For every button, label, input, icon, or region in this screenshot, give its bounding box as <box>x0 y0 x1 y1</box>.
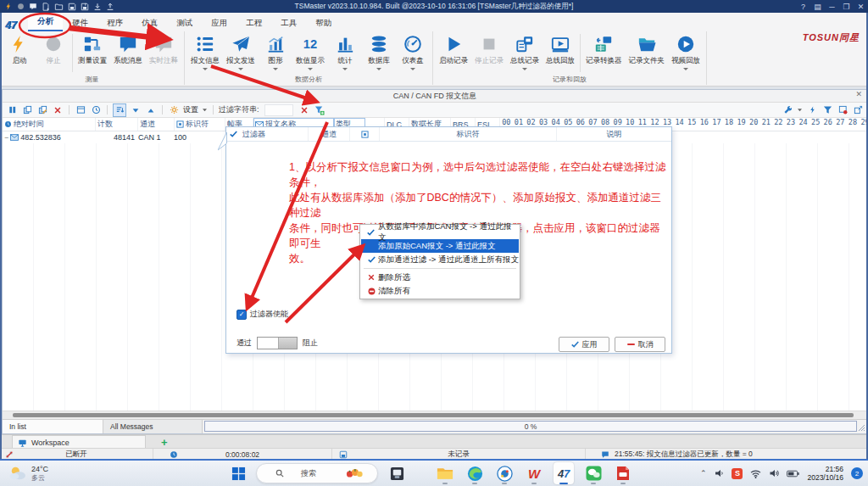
ribbon-button[interactable]: 视频回放 <box>668 31 704 75</box>
ribbon-button[interactable]: 系统消息 <box>110 31 146 75</box>
ribbon-button[interactable]: 仪表盘 <box>396 31 430 75</box>
hex-byte-column[interactable]: 18 <box>723 118 736 131</box>
row-expander[interactable]: − <box>4 133 8 142</box>
hex-byte-column[interactable]: 21 <box>760 118 772 131</box>
window-clear-icon[interactable] <box>837 104 849 116</box>
volume-icon[interactable] <box>769 468 779 478</box>
ribbon-tab-4[interactable]: 仿真 <box>132 15 167 31</box>
taskbar-file-explorer-icon[interactable] <box>435 462 455 484</box>
hex-byte-column[interactable]: 26 <box>821 118 834 131</box>
chevron-down-icon[interactable] <box>203 68 208 70</box>
hex-byte-column[interactable]: 16 <box>698 118 711 131</box>
ribbon-button[interactable]: 总线回放 <box>542 31 578 75</box>
tab-all-messages[interactable]: All Messages <box>103 420 203 433</box>
import-icon[interactable] <box>93 3 102 11</box>
context-menu-item[interactable]: 清除所有 <box>361 284 519 298</box>
pause-columns-icon[interactable] <box>6 104 18 116</box>
context-menu-item[interactable]: 添加通道过滤 -> 通过此通道上所有报文 <box>361 253 519 266</box>
scroll-down-icon[interactable] <box>130 104 142 116</box>
help-button[interactable]: ? <box>796 0 810 13</box>
ribbon-button[interactable]: 数据库 <box>362 31 396 75</box>
gear-icon[interactable] <box>168 104 180 116</box>
sort-icon[interactable] <box>113 103 126 117</box>
workspace-tab[interactable]: Workspace <box>12 435 146 449</box>
start-button[interactable] <box>231 466 246 481</box>
lightning-icon[interactable] <box>806 104 818 116</box>
input-method-icon[interactable] <box>714 468 724 478</box>
row-cell[interactable]: 48141 <box>95 131 136 143</box>
ribbon-tab-1[interactable]: 分析 <box>28 14 63 31</box>
save-as-icon[interactable] <box>81 3 89 11</box>
ribbon-button[interactable]: 报文发送 <box>223 31 259 75</box>
battery-icon[interactable] <box>787 470 799 478</box>
column-header-4[interactable]: 标识符 <box>175 118 225 131</box>
ribbon-tab-6[interactable]: 应用 <box>202 15 236 31</box>
minimize-button[interactable]: ─ <box>825 0 839 13</box>
filter-enable-row[interactable]: ✓ 过滤器使能 <box>236 309 288 320</box>
filter-add-icon[interactable] <box>314 104 326 116</box>
chevron-down-icon[interactable] <box>238 68 243 70</box>
panel-button[interactable]: ▤ <box>810 0 825 13</box>
hex-byte-column[interactable]: 25 <box>810 118 822 131</box>
row-cell[interactable]: 100 <box>172 131 222 143</box>
can-window-titlebar[interactable]: CAN / CAN FD 报文信息 ✕ <box>3 90 867 103</box>
hex-byte-column[interactable]: 23 <box>785 118 798 131</box>
hex-byte-column[interactable]: 20 <box>748 118 760 131</box>
scrollbar-thumb[interactable] <box>13 413 854 417</box>
cancel-button[interactable]: 取消 <box>615 337 665 352</box>
hex-byte-column[interactable]: 24 <box>797 118 810 131</box>
quick-launch-icon[interactable] <box>5 2 13 11</box>
hex-byte-column[interactable]: 28 <box>847 118 860 131</box>
message-icon[interactable] <box>29 3 37 10</box>
ribbon-tab-5[interactable]: 测试 <box>167 15 202 31</box>
scroll-up-icon[interactable] <box>145 104 157 116</box>
stop-circle-icon[interactable] <box>17 3 25 10</box>
taskbar-pdf-icon[interactable] <box>613 462 633 484</box>
ribbon-button[interactable]: 统计 <box>328 31 362 75</box>
copy-with-edit-icon[interactable] <box>36 104 48 116</box>
new-file-icon[interactable] <box>42 3 50 11</box>
filter-enable-checkbox[interactable]: ✓ <box>236 310 247 320</box>
hex-byte-column[interactable]: 22 <box>772 118 785 131</box>
ribbon-tab-9[interactable]: 帮助 <box>306 15 341 31</box>
context-menu-item[interactable]: 删除所选 <box>361 271 519 284</box>
ribbon-button[interactable]: 启动 <box>3 31 36 75</box>
clear-icon[interactable] <box>52 104 64 116</box>
wifi-icon[interactable] <box>750 469 761 478</box>
hex-byte-column[interactable]: 17 <box>710 118 723 131</box>
restore-button[interactable]: ❐ <box>839 0 854 13</box>
taskbar-wechat-icon[interactable] <box>583 462 604 484</box>
ribbon-button[interactable]: 启动记录 <box>436 31 471 75</box>
filter-string-input[interactable] <box>264 104 293 116</box>
copy-icon[interactable] <box>21 104 33 116</box>
resize-grip[interactable] <box>858 424 865 432</box>
ribbon-tab-8[interactable]: 工具 <box>271 15 306 31</box>
ribbon-button[interactable]: 12 数值显示 <box>292 31 328 75</box>
chevron-down-icon[interactable] <box>410 68 415 70</box>
row-cell[interactable]: − 482.532836 <box>3 131 95 143</box>
wrench-icon[interactable] <box>782 104 793 116</box>
ribbon-button[interactable]: 总线记录 <box>507 31 542 75</box>
close-button[interactable]: ✕ <box>854 0 868 13</box>
column-header-1[interactable]: 绝对时间 <box>3 118 96 131</box>
tray-expand-icon[interactable]: ⌃ <box>700 469 707 478</box>
taskbar-tsmaster-icon[interactable]: 47 <box>554 462 574 484</box>
ribbon-button[interactable]: 报文信息 <box>187 31 223 75</box>
column-header-2[interactable]: 计数 <box>96 118 138 131</box>
chevron-down-icon[interactable] <box>308 68 313 70</box>
task-view-icon[interactable] <box>390 466 404 481</box>
taskbar-wps-icon[interactable]: W <box>524 462 544 484</box>
ribbon-tab-3[interactable]: 程序 <box>97 15 132 31</box>
window-view-icon[interactable] <box>75 104 86 116</box>
ribbon-button[interactable]: 测量设置 <box>75 31 110 75</box>
settings-dropdown[interactable]: 设置 <box>183 104 198 115</box>
tray-clock[interactable]: 21:56 2023/10/16 <box>807 465 843 482</box>
add-workspace-button[interactable]: + <box>161 435 168 449</box>
context-menu-item[interactable]: 从数据库中添加CAN报文 -> 通过此报文 <box>361 226 519 239</box>
apply-button[interactable]: 应用 <box>559 337 609 352</box>
horizontal-scrollbar[interactable] <box>3 411 867 419</box>
chevron-down-icon[interactable] <box>273 68 278 70</box>
taskbar-browser-icon[interactable] <box>494 462 515 484</box>
hex-byte-column[interactable]: 14 <box>673 118 686 131</box>
context-menu-item[interactable]: 添加原始CAN报文 -> 通过此报文 <box>361 239 519 253</box>
